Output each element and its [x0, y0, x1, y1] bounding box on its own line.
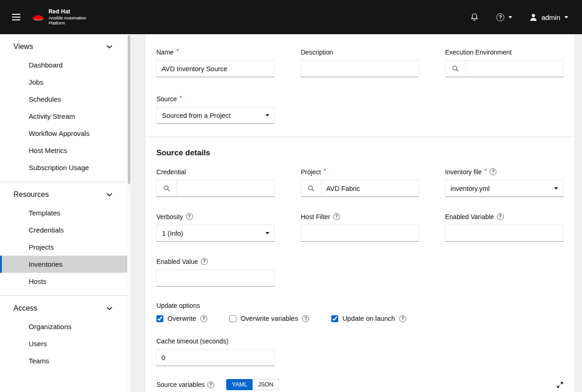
question-circle-icon: ?	[496, 13, 504, 21]
form-top-grid: Name * Description Execution Environment	[156, 48, 563, 124]
caret-down-icon	[266, 114, 269, 116]
enabled-value-field-group: Enabled Value ?	[156, 257, 275, 287]
update-options-label: Update options	[156, 301, 563, 309]
source-variables-label: Source variables ?	[156, 381, 214, 389]
enabled-value-input[interactable]	[156, 270, 275, 287]
credential-search-button[interactable]	[156, 180, 177, 197]
inventory-file-select-value: inventory.yml	[451, 185, 489, 192]
required-asterisk: *	[180, 94, 182, 101]
hamburger-icon	[12, 14, 20, 20]
sidebar-item-schedules[interactable]: Schedules	[0, 91, 131, 108]
sidebar-item-workflow-approvals[interactable]: Workflow Approvals	[0, 125, 131, 142]
source-variables-help-icon[interactable]: ?	[207, 381, 214, 388]
sidebar-item-inventories[interactable]: Inventories	[0, 256, 131, 273]
source-variables-row: Source variables ? YAML JSON	[156, 379, 563, 390]
nav-group-resources-toggle[interactable]: Resources	[0, 185, 131, 204]
overwrite-checkbox-label[interactable]: Overwrite	[167, 315, 196, 322]
project-field-group: Project *	[301, 168, 419, 197]
enabled-variable-help-icon[interactable]: ?	[497, 213, 504, 220]
overwrite-help-icon[interactable]: ?	[200, 315, 207, 322]
sidebar-item-host-metrics[interactable]: Host Metrics	[0, 142, 131, 159]
host-filter-input[interactable]	[301, 225, 419, 242]
sidebar-item-jobs[interactable]: Jobs	[0, 74, 131, 91]
brand-logo: Red Hat Ansible Automation Platform	[31, 8, 86, 25]
name-input[interactable]	[156, 60, 275, 77]
required-asterisk: *	[324, 167, 326, 174]
sidebar-item-templates[interactable]: Templates	[0, 204, 131, 221]
nav-group-views-toggle[interactable]: Views	[0, 37, 131, 56]
inventory-file-help-icon[interactable]: ?	[489, 168, 496, 175]
update-on-launch-check-item: Update on launch ?	[331, 315, 406, 322]
sidebar-item-teams[interactable]: Teams	[0, 352, 131, 369]
credential-field-group: Credential	[156, 168, 275, 197]
cache-timeout-label: Cache timeout (seconds)	[156, 337, 275, 345]
update-on-launch-help-icon[interactable]: ?	[399, 315, 406, 322]
verbosity-help-icon[interactable]: ?	[186, 213, 193, 220]
expand-editor-button[interactable]	[557, 381, 563, 388]
nav-toggle-button[interactable]	[6, 7, 26, 27]
nav-group-views: Views Dashboard Jobs Schedules Activity …	[0, 34, 131, 182]
name-label: Name *	[156, 48, 275, 56]
sidebar-item-users[interactable]: Users	[0, 335, 131, 352]
enabled-value-help-icon[interactable]: ?	[201, 258, 208, 265]
execution-environment-input[interactable]	[466, 60, 563, 77]
sidebar-item-hosts[interactable]: Hosts	[0, 273, 131, 290]
source-field-group: Source * Sourced from a Project	[156, 95, 275, 124]
update-on-launch-checkbox[interactable]	[331, 315, 338, 322]
section-divider	[145, 137, 575, 137]
execution-environment-input-group	[445, 60, 563, 77]
description-input[interactable]	[301, 60, 419, 77]
masthead: Red Hat Ansible Automation Platform ? ad…	[0, 0, 582, 34]
sidebar-scrollbar[interactable]	[127, 34, 131, 392]
nav-group-access-label: Access	[13, 304, 37, 312]
project-input[interactable]	[322, 180, 419, 197]
nav-group-resources-label: Resources	[13, 190, 49, 199]
overwrite-variables-help-icon[interactable]: ?	[302, 315, 309, 322]
help-menu-button[interactable]: ?	[496, 13, 512, 21]
nav-group-access: Access Organizations Users Teams	[0, 295, 131, 375]
execution-environment-label: Execution Environment	[445, 48, 563, 56]
sidebar-item-projects[interactable]: Projects	[0, 239, 131, 256]
notifications-button[interactable]	[470, 12, 479, 22]
update-on-launch-checkbox-label[interactable]: Update on launch	[342, 315, 395, 322]
verbosity-label: Verbosity ?	[156, 213, 275, 220]
verbosity-select-value: 1 (Info)	[162, 230, 183, 237]
json-toggle-button[interactable]: JSON	[253, 379, 279, 390]
sidebar-scrollbar-thumb[interactable]	[128, 35, 130, 184]
inventory-file-field-group: Inventory file * ? inventory.yml	[445, 168, 563, 197]
nav-group-resources: Resources Templates Credentials Projects…	[0, 182, 131, 295]
sidebar-item-dashboard[interactable]: Dashboard	[0, 56, 131, 74]
host-filter-help-icon[interactable]: ?	[333, 213, 340, 220]
sidebar-item-activity-stream[interactable]: Activity Stream	[0, 108, 131, 125]
inventory-file-select[interactable]: inventory.yml	[445, 180, 563, 197]
overwrite-checkbox[interactable]	[156, 315, 163, 322]
credential-input[interactable]	[177, 180, 275, 197]
cache-timeout-input[interactable]	[156, 349, 275, 366]
sidebar-item-organizations[interactable]: Organizations	[0, 318, 131, 335]
credential-label: Credential	[156, 168, 275, 176]
enabled-variable-label: Enabled Variable ?	[445, 213, 563, 220]
sidebar-item-subscription-usage[interactable]: Subscription Usage	[0, 159, 131, 176]
nav-group-access-toggle[interactable]: Access	[0, 299, 131, 318]
source-label: Source *	[156, 95, 275, 103]
sidebar: Views Dashboard Jobs Schedules Activity …	[0, 34, 131, 392]
project-search-button[interactable]	[301, 180, 322, 197]
execution-environment-field-group: Execution Environment	[445, 48, 563, 77]
brand-product-line2: Platform	[49, 20, 86, 25]
user-menu-button[interactable]: admin	[530, 13, 568, 21]
cache-timeout-field-group: Cache timeout (seconds)	[156, 337, 275, 366]
brand-product-line1: Ansible Automation	[49, 15, 86, 20]
enabled-variable-input[interactable]	[445, 225, 563, 242]
source-select[interactable]: Sourced from a Project	[156, 107, 275, 124]
execution-environment-search-button[interactable]	[445, 60, 466, 77]
brand-text: Red Hat Ansible Automation Platform	[49, 8, 86, 25]
sidebar-item-credentials[interactable]: Credentials	[0, 221, 131, 239]
overwrite-variables-checkbox-label[interactable]: Overwrite variables	[241, 315, 298, 322]
overwrite-variables-checkbox[interactable]	[229, 315, 236, 322]
yaml-toggle-button[interactable]: YAML	[226, 379, 253, 390]
update-options-checkboxes: Overwrite ? Overwrite variables ? Update…	[156, 315, 563, 322]
credential-input-group	[156, 180, 275, 197]
overwrite-variables-check-item: Overwrite variables ?	[229, 315, 309, 322]
verbosity-select[interactable]: 1 (Info)	[156, 225, 275, 242]
nav-group-views-label: Views	[13, 43, 33, 51]
